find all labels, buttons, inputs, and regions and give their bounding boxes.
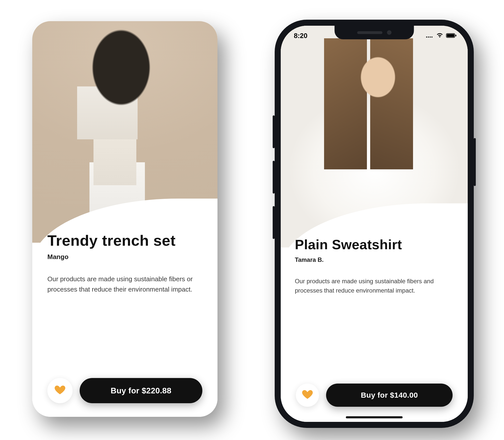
- wifi-icon: [436, 32, 444, 40]
- heart-icon: [302, 389, 313, 401]
- status-time: 8:20: [292, 32, 307, 40]
- svg-point-1: [428, 36, 429, 37]
- detail-sheet: Trendy trench set Mango Our products are…: [32, 243, 217, 417]
- battery-icon: [446, 32, 457, 40]
- buy-button[interactable]: Buy for $140.00: [326, 384, 453, 407]
- svg-point-2: [430, 36, 431, 37]
- phone-frame: 8:20 Plain Sweatshirt: [275, 20, 474, 428]
- product-description: Our products are made using sustainable …: [295, 276, 454, 295]
- favorite-button[interactable]: [47, 378, 73, 403]
- detail-sheet: Plain Sweatshirt Tamara B. Our products …: [281, 247, 468, 422]
- product-brand: Mango: [47, 253, 202, 261]
- home-indicator[interactable]: [346, 416, 403, 418]
- phone-notch: [335, 26, 414, 39]
- product-description: Our products are made using sustainable …: [47, 274, 202, 294]
- product-card: Trendy trench set Mango Our products are…: [32, 21, 217, 417]
- buy-button[interactable]: Buy for $220.88: [80, 378, 202, 403]
- cellular-signal-icon: [426, 32, 433, 40]
- product-title: Plain Sweatshirt: [295, 237, 454, 252]
- svg-rect-6: [455, 35, 456, 36]
- svg-rect-5: [447, 34, 454, 37]
- phone-screen: 8:20 Plain Sweatshirt: [281, 26, 468, 422]
- product-brand: Tamara B.: [295, 256, 454, 263]
- heart-icon: [54, 385, 66, 397]
- favorite-button[interactable]: [296, 384, 319, 407]
- product-title: Trendy trench set: [47, 233, 202, 248]
- svg-point-0: [426, 36, 427, 37]
- svg-point-3: [431, 36, 432, 37]
